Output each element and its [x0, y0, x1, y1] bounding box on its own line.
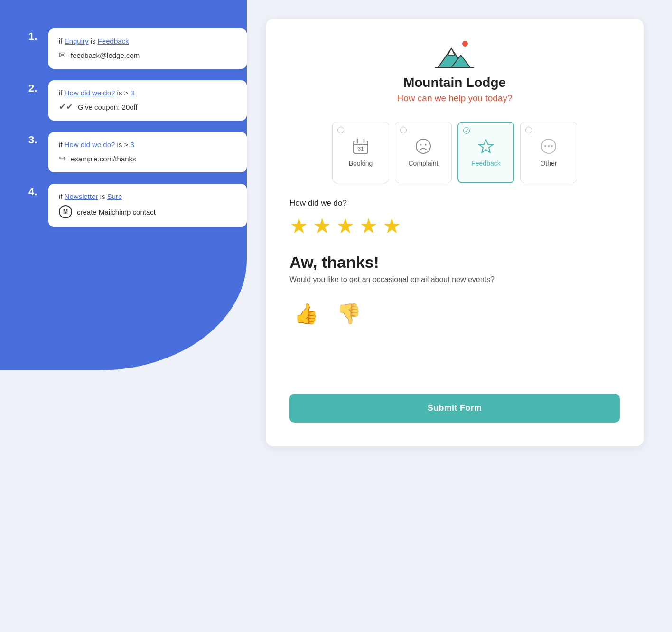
star-4[interactable]: ★: [359, 214, 378, 238]
svg-point-11: [420, 144, 422, 146]
thumbs-down-button[interactable]: 👎: [332, 297, 365, 330]
rule-action-3: ↪ example.com/thanks: [59, 153, 236, 164]
rating-label: How did we do?: [289, 198, 347, 208]
stars-row: ★ ★ ★ ★ ★: [289, 214, 401, 238]
tile-label-feedback: Feedback: [471, 160, 500, 167]
action-text-1: feedback@lodge.com: [71, 51, 140, 59]
condition-value-2[interactable]: 3: [131, 89, 134, 97]
rule-cards-list: 1. if Enquiry is Feedback ✉ feedback@lod…: [28, 19, 247, 227]
condition-field-4[interactable]: Newsletter: [65, 192, 98, 200]
rule-item-1: 1. if Enquiry is Feedback ✉ feedback@lod…: [28, 28, 247, 69]
brand-name: Mountain Lodge: [403, 75, 506, 90]
star-3[interactable]: ★: [336, 214, 355, 238]
tile-radio-other: [525, 127, 532, 133]
condition-value-1[interactable]: Feedback: [98, 37, 129, 45]
rule-action-2: ✔✔ Give coupon: 20off: [59, 102, 236, 112]
condition-middle-3: is >: [115, 141, 130, 149]
condition-value-4[interactable]: Sure: [107, 192, 122, 200]
rule-condition-3: if How did we do? is > 3: [59, 141, 236, 149]
rule-card-3: if How did we do? is > 3 ↪ example.com/t…: [48, 132, 247, 172]
dots-icon: [540, 138, 557, 155]
left-panel: 1. if Enquiry is Feedback ✉ feedback@lod…: [28, 19, 247, 446]
tile-feedback[interactable]: Feedback: [457, 122, 514, 183]
star-5[interactable]: ★: [383, 214, 401, 238]
form-panel: Mountain Lodge How can we help you today…: [266, 19, 644, 446]
rule-card-4: if Newsletter is Sure M create Mailchimp…: [48, 184, 247, 227]
condition-prefix-2: if: [59, 89, 65, 97]
tile-label-other: Other: [540, 160, 557, 167]
svg-point-12: [425, 144, 427, 146]
rule-action-4: M create Mailchimp contact: [59, 205, 236, 218]
rule-action-1: ✉ feedback@lodge.com: [59, 50, 236, 60]
condition-value-3[interactable]: 3: [131, 141, 134, 149]
calendar-icon: 31: [352, 138, 369, 155]
condition-middle-2: is >: [115, 89, 130, 97]
rule-item-2: 2. if How did we do? is > 3 ✔✔ Give coup…: [28, 80, 247, 121]
category-tiles: 31 Booking Complaint: [289, 122, 620, 183]
thanks-heading: Aw, thanks!: [289, 253, 379, 272]
svg-text:31: 31: [358, 146, 364, 151]
thanks-subtitle: Would you like to get an occasional emai…: [289, 275, 495, 284]
app-layout: 1. if Enquiry is Feedback ✉ feedback@lod…: [28, 19, 644, 446]
envelope-icon: ✉: [59, 50, 66, 60]
action-text-3: example.com/thanks: [71, 155, 136, 163]
condition-field-2[interactable]: How did we do?: [65, 89, 115, 97]
condition-prefix: if: [59, 37, 65, 45]
check-icon: ✔✔: [59, 102, 73, 112]
rule-card-1: if Enquiry is Feedback ✉ feedback@lodge.…: [48, 28, 247, 69]
condition-field-1[interactable]: Enquiry: [65, 37, 89, 45]
rule-item-3: 3. if How did we do? is > 3 ↪ example.co…: [28, 132, 247, 172]
tile-label-booking: Booking: [349, 160, 373, 167]
svg-marker-13: [479, 140, 493, 153]
svg-point-10: [416, 139, 430, 153]
condition-prefix-3: if: [59, 141, 65, 149]
action-text-2: Give coupon: 20off: [78, 103, 138, 111]
rule-condition-1: if Enquiry is Feedback: [59, 37, 236, 45]
svg-point-17: [551, 145, 553, 147]
star-icon: [477, 138, 495, 155]
tile-radio-feedback: [463, 127, 470, 134]
rule-item-4: 4. if Newsletter is Sure M create Mailch…: [28, 184, 247, 227]
tile-label-complaint: Complaint: [408, 160, 438, 167]
rule-number-4: 4.: [28, 184, 43, 198]
thumbs-row: 👍 👎: [289, 297, 365, 330]
frown-icon: [415, 138, 432, 155]
svg-point-16: [548, 145, 550, 147]
rule-number-1: 1.: [28, 28, 43, 43]
tile-other[interactable]: Other: [520, 122, 577, 183]
share-icon: ↪: [59, 153, 66, 164]
star-1[interactable]: ★: [289, 214, 308, 238]
svg-point-15: [544, 145, 546, 147]
condition-middle: is: [89, 37, 98, 45]
svg-point-0: [462, 41, 468, 47]
rule-number-2: 2.: [28, 80, 43, 94]
condition-field-3[interactable]: How did we do?: [65, 141, 115, 149]
condition-prefix-4: if: [59, 192, 65, 200]
rule-card-2: if How did we do? is > 3 ✔✔ Give coupon:…: [48, 80, 247, 121]
rule-number-3: 3.: [28, 132, 43, 146]
rule-condition-2: if How did we do? is > 3: [59, 89, 236, 97]
logo-area: Mountain Lodge How can we help you today…: [397, 38, 513, 118]
tile-complaint[interactable]: Complaint: [395, 122, 452, 183]
mountain-logo: [433, 38, 476, 71]
condition-middle-4: is: [98, 192, 107, 200]
action-text-4: create Mailchimp contact: [77, 208, 156, 216]
tile-booking[interactable]: 31 Booking: [332, 122, 389, 183]
submit-button[interactable]: Submit Form: [289, 394, 620, 423]
rule-condition-4: if Newsletter is Sure: [59, 192, 236, 200]
brand-subtitle: How can we help you today?: [397, 93, 513, 104]
thumbs-up-button[interactable]: 👍: [289, 297, 323, 330]
tile-radio-complaint: [400, 127, 407, 133]
mailchimp-icon: M: [59, 205, 72, 218]
tile-radio-booking: [337, 127, 344, 133]
star-2[interactable]: ★: [313, 214, 331, 238]
